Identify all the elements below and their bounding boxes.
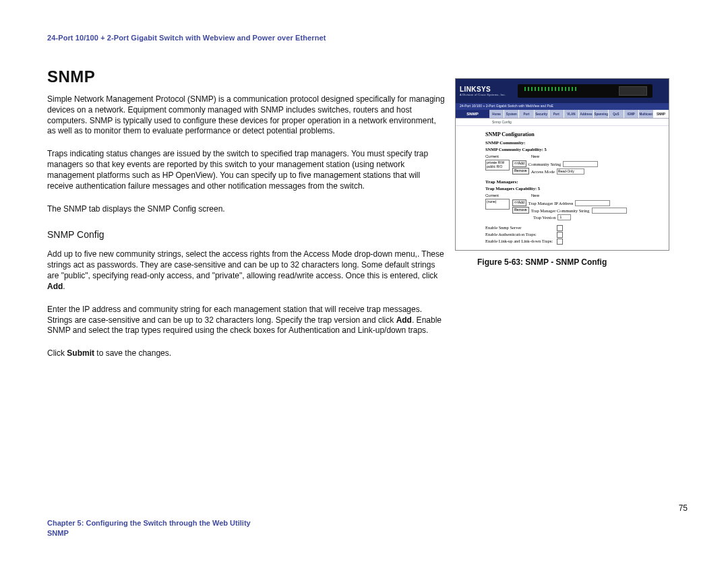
tab-security[interactable]: Security bbox=[535, 110, 549, 118]
tab-address[interactable]: Address bbox=[579, 110, 594, 118]
community-listbox[interactable]: private R/W public R/O bbox=[485, 160, 510, 170]
tab-igmp[interactable]: IGMP bbox=[624, 110, 639, 118]
col-current: Current bbox=[485, 154, 499, 158]
product-header: 24-Port 10/100 + 2-Port Gigabit Switch w… bbox=[47, 34, 681, 42]
trap-commstr-input[interactable] bbox=[592, 208, 627, 214]
bold-add-1: Add bbox=[47, 282, 63, 291]
fig-trap-cap: Trap Managers Capability: 5 bbox=[485, 186, 663, 191]
checkbox-enable-auth[interactable] bbox=[557, 232, 563, 238]
col-new: New bbox=[531, 154, 539, 158]
fig-community-cap: SNMP Community Capability: 5 bbox=[485, 147, 663, 152]
checkbox-enable-snmp[interactable] bbox=[557, 225, 563, 231]
heading-snmp: SNMP bbox=[47, 67, 445, 86]
chapter-line: Chapter 5: Configuring the Switch throug… bbox=[47, 518, 688, 528]
page-footer: 75 Chapter 5: Configuring the Switch thr… bbox=[47, 518, 688, 538]
tab-home[interactable]: Home bbox=[489, 110, 504, 118]
remove-button[interactable]: Remove bbox=[512, 168, 529, 175]
fig-subhead-trap: Trap Managers: bbox=[485, 179, 663, 185]
para-submit: Click Submit to save the changes. bbox=[47, 348, 445, 359]
label-accessmode: Access Mode bbox=[531, 169, 555, 174]
access-mode-select[interactable]: Read-Only bbox=[557, 168, 584, 175]
bold-add-2: Add bbox=[396, 315, 412, 325]
fig-heading: SNMP Configuration bbox=[485, 131, 663, 137]
community-string-input[interactable] bbox=[563, 161, 598, 167]
list-item[interactable]: (none) bbox=[487, 199, 508, 204]
section-line: SNMP bbox=[47, 528, 688, 538]
trap-ip-input[interactable] bbox=[575, 200, 610, 206]
tab-vlan[interactable]: VLAN bbox=[564, 110, 579, 118]
add-button[interactable]: <<Add bbox=[512, 160, 526, 167]
bold-submit: Submit bbox=[67, 348, 94, 358]
figure-caption: Figure 5-63: SNMP - SNMP Config bbox=[454, 257, 607, 267]
trap-listbox[interactable]: (none) bbox=[485, 199, 510, 210]
figure-snmp-config: LINKSYS A Division of Cisco Systems, Inc… bbox=[455, 78, 669, 251]
tab-port2[interactable]: Port bbox=[549, 110, 564, 118]
col-current-2: Current bbox=[485, 193, 499, 197]
text: Enter the IP address and community strin… bbox=[47, 305, 422, 325]
text: to save the changes. bbox=[94, 348, 171, 358]
para-trapmgr: Enter the IP address and community strin… bbox=[47, 305, 445, 336]
subnav-link[interactable]: Snmp Config bbox=[456, 119, 669, 126]
trap-add-button[interactable]: <<Add bbox=[512, 199, 526, 206]
trap-version-select[interactable]: 1 bbox=[557, 214, 571, 220]
label-enable-auth: Enable Authentication Traps: bbox=[485, 232, 553, 238]
para-community: Add up to five new community strings, se… bbox=[47, 249, 445, 292]
label-tm-ver: Trap Version bbox=[533, 215, 555, 220]
checkbox-enable-link[interactable] bbox=[557, 239, 563, 245]
device-illustration bbox=[518, 84, 653, 98]
nav-tabs: SNMP Home System Port Security Port VLAN… bbox=[456, 110, 669, 119]
tab-port[interactable]: Port bbox=[519, 110, 534, 118]
label-commstr: Community String bbox=[528, 162, 562, 166]
text: . bbox=[63, 282, 65, 291]
col-new-2: New bbox=[531, 193, 539, 197]
label-enable-snmp: Enable Snmp Server bbox=[485, 225, 553, 231]
tab-spanning[interactable]: Spanning bbox=[594, 110, 609, 118]
label-tm-ip: Trap Manager IP Address bbox=[528, 201, 574, 206]
para-intro: Simple Network Management Protocol (SNMP… bbox=[47, 94, 445, 137]
text: Click bbox=[47, 348, 67, 358]
linksys-logo: LINKSYS bbox=[460, 86, 506, 93]
label-tm-cs: Trap Manager Community String bbox=[531, 208, 590, 213]
tab-multicast[interactable]: Multicast bbox=[639, 110, 654, 118]
main-text-column: SNMP Simple Network Management Protocol … bbox=[47, 67, 445, 371]
heading-snmp-config: SNMP Config bbox=[47, 229, 445, 240]
label-enable-link: Enable Link-up and Link-down Traps: bbox=[485, 239, 553, 245]
trap-remove-button[interactable]: Remove bbox=[512, 207, 529, 214]
tab-qos[interactable]: QoS bbox=[609, 110, 624, 118]
text: Add up to five new community strings, se… bbox=[47, 249, 444, 280]
page-number: 75 bbox=[679, 503, 688, 513]
fig-subhead-community: SNMP Community: bbox=[485, 140, 663, 146]
list-item[interactable]: public R/O bbox=[487, 164, 508, 168]
tab-system[interactable]: System bbox=[504, 110, 519, 118]
tab-snmp[interactable]: SNMP bbox=[654, 110, 669, 118]
linksys-subtitle: A Division of Cisco Systems, Inc. bbox=[460, 93, 506, 96]
nav-section-label: SNMP bbox=[456, 110, 489, 118]
device-name-bar: 24-Port 10/100 + 2-Port Gigabit Switch w… bbox=[456, 103, 669, 110]
para-traps: Traps indicating status changes are issu… bbox=[47, 149, 445, 191]
para-tab: The SNMP tab displays the SNMP Config sc… bbox=[47, 204, 445, 215]
